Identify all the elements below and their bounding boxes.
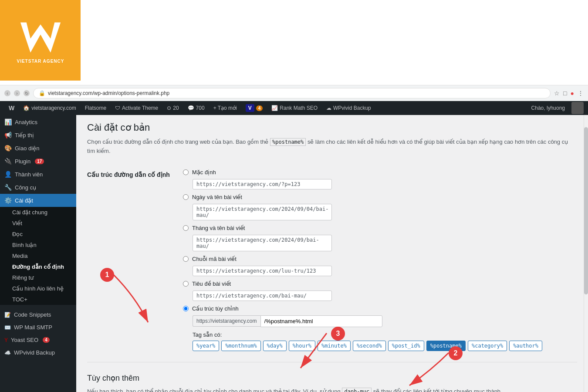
back-button[interactable]: ‹ <box>4 90 10 96</box>
appearance-label: Giao diện <box>15 145 39 152</box>
sidebar-item-analytics[interactable]: 📊 Analytics <box>0 115 76 128</box>
tag-second[interactable]: %second% <box>353 341 386 351</box>
sidebar-item-plugins[interactable]: 🔌 Plugin 17 <box>0 155 76 168</box>
danh-muc-code: danh-muc <box>342 388 372 392</box>
option-post-name: Tiêu đề bài viết <box>183 280 577 287</box>
site-name-button[interactable]: 🏠 vietstaragency.com <box>19 101 81 115</box>
record-icon[interactable]: ● <box>571 90 574 97</box>
tag-category[interactable]: %category% <box>468 341 507 351</box>
radio-day-name[interactable] <box>183 194 189 200</box>
address-bar[interactable]: 🔒 vietstaragency.com/wp-admin/options-pe… <box>33 88 551 98</box>
url-day-name: https://vietstaragency.com/2024/09/04/ba… <box>193 204 332 220</box>
section-divider <box>87 362 577 362</box>
sidebar-item-tools[interactable]: 🔧 Công cụ <box>0 181 76 194</box>
home-icon: 🏠 <box>23 105 30 111</box>
url-numeric: https://vietstaragency.com/luu-tru/123 <box>193 266 332 276</box>
sidebar-item-yoast[interactable]: Y Yoast SEO 4 <box>0 334 76 346</box>
content-area: Cài đặt cơ bản Chọn cấu trúc đường dẫn c… <box>76 113 588 392</box>
updates-button[interactable]: ⊙ 20 <box>162 101 183 115</box>
activate-theme-button[interactable]: 🛡 Activate Theme <box>111 101 162 115</box>
new-content-button[interactable]: + Tạo mới <box>209 101 241 115</box>
submenu-discussion[interactable]: Bình luận <box>0 240 76 250</box>
wp-mail-icon: ✉️ <box>4 324 11 331</box>
custom-prefix-text: https://vietstaragency.com <box>193 315 260 327</box>
sidebar: 📊 Analytics 📢 Tiếp thị 🎨 Giao diện 🔌 Plu… <box>0 113 76 392</box>
tag-monthnum[interactable]: %monthnum% <box>221 341 260 351</box>
url-text: vietstaragency.com/wp-admin/options-perm… <box>48 90 169 96</box>
tag-day[interactable]: %day% <box>263 341 287 351</box>
yoast-badge: 4 <box>43 337 50 343</box>
tag-postname[interactable]: %postname% <box>426 341 466 351</box>
wpvivid-button[interactable]: ☁ WPvivid Backup <box>322 101 375 115</box>
v-button[interactable]: V 4 <box>241 101 267 115</box>
custom-structure-row: https://vietstaragency.com <box>193 315 577 327</box>
browser-icons: ☆ □ ● ⋮ <box>554 90 584 97</box>
label-numeric[interactable]: Chuỗi mã bài viết <box>192 256 237 262</box>
browser-toolbar: ‹ › ↻ 🔒 vietstaragency.com/wp-admin/opti… <box>0 85 588 101</box>
sidebar-item-settings[interactable]: ⚙️ Cài đặt <box>0 194 76 207</box>
submenu-reading[interactable]: Đọc <box>0 229 76 240</box>
tag-hour[interactable]: %hour% <box>289 341 315 351</box>
submenu-writing[interactable]: Viết <box>0 218 76 229</box>
label-day-name[interactable]: Ngày và tên bài viết <box>192 194 242 200</box>
cloud-icon: ☁ <box>326 105 331 111</box>
submenu-aio[interactable]: Cấu hình Aio liên hệ <box>0 283 76 294</box>
submenu-permalinks[interactable]: Đường dẫn cố định <box>0 261 76 272</box>
wp-logo-icon: W <box>9 105 14 112</box>
submenu-privacy[interactable]: Riêng tư <box>0 272 76 283</box>
settings-submenu: Cài đặt chung Viết Đọc Bình luận Media Đ… <box>0 207 76 305</box>
tag-year[interactable]: %year% <box>193 341 219 351</box>
users-label: Thành viên <box>15 171 43 178</box>
radio-custom[interactable] <box>183 306 189 311</box>
label-month-name[interactable]: Tháng và tên bài viết <box>192 225 245 231</box>
tag-author[interactable]: %author% <box>509 341 542 351</box>
wp-logo-button[interactable]: W <box>4 101 19 115</box>
svg-text:VIETSTAR AGENCY: VIETSTAR AGENCY <box>17 58 64 63</box>
submenu-general[interactable]: Cài đặt chung <box>0 207 76 218</box>
option-day-name: Ngày và tên bài viết <box>183 194 577 200</box>
sidebar-item-wp-mail[interactable]: ✉️ WP Mail SMTP <box>0 321 76 334</box>
label-default[interactable]: Mặc định <box>192 169 216 176</box>
analytics-icon: 📊 <box>4 118 12 125</box>
flatsome-button[interactable]: Flatsome <box>81 101 111 115</box>
label-custom[interactable]: Cấu trúc tùy chỉnh <box>192 305 239 312</box>
plugins-icon: 🔌 <box>4 158 12 165</box>
plugins-badge: 17 <box>35 159 44 164</box>
submenu-toc[interactable]: TOC+ <box>0 294 76 305</box>
sidebar-item-appearance[interactable]: 🎨 Giao diện <box>0 142 76 155</box>
option-default: Mặc định <box>183 169 577 176</box>
page-title: Cài đặt cơ bản <box>87 122 577 133</box>
comments-button[interactable]: 💬 700 <box>183 101 209 115</box>
menu-icon[interactable]: ⋮ <box>578 90 584 97</box>
wp-admin-bar: W 🏠 vietstaragency.com Flatsome 🛡 Activa… <box>0 101 588 115</box>
refresh-button[interactable]: ↻ <box>24 90 30 96</box>
yoast-label: Yoast SEO <box>11 337 38 343</box>
circle-icon: ⊙ <box>167 105 171 111</box>
scrollbar[interactable] <box>584 113 588 392</box>
marketing-icon: 📢 <box>4 132 12 139</box>
sidebar-item-wpvivid[interactable]: ☁️ WPvivid Backup <box>0 346 76 359</box>
yoast-icon: Y <box>4 337 8 343</box>
sidebar-item-marketing[interactable]: 📢 Tiếp thị <box>0 128 76 142</box>
marketing-label: Tiếp thị <box>15 132 34 139</box>
radio-post-name[interactable] <box>183 281 189 287</box>
tools-icon: 🔧 <box>4 184 12 191</box>
tag-post-id[interactable]: %post_id% <box>388 341 424 351</box>
scroll-thumb[interactable] <box>584 127 588 294</box>
sidebar-item-code-snippets[interactable]: 📝 Code Snippets <box>0 308 76 321</box>
wp-main-layout: 📊 Analytics 📢 Tiếp thị 🎨 Giao diện 🔌 Plu… <box>0 113 588 392</box>
browser-chrome: ‹ › ↻ 🔒 vietstaragency.com/wp-admin/opti… <box>0 85 588 102</box>
rank-math-button[interactable]: 📈 Rank Math SEO <box>267 101 322 115</box>
radio-default[interactable] <box>183 169 189 175</box>
star-icon[interactable]: ☆ <box>554 90 560 97</box>
tag-minute[interactable]: %minute% <box>318 341 351 351</box>
custom-structure-input[interactable] <box>260 315 382 327</box>
forward-button[interactable]: › <box>14 90 20 96</box>
radio-numeric[interactable] <box>183 256 189 262</box>
sidebar-item-users[interactable]: 👤 Thành viên <box>0 168 76 181</box>
page-description: Chọn cấu trúc đường dẫn cố định cho tran… <box>87 138 577 156</box>
extensions-icon[interactable]: □ <box>563 90 567 97</box>
label-post-name[interactable]: Tiêu đề bài viết <box>192 280 231 287</box>
submenu-media[interactable]: Media <box>0 250 76 261</box>
radio-month-name[interactable] <box>183 225 189 231</box>
